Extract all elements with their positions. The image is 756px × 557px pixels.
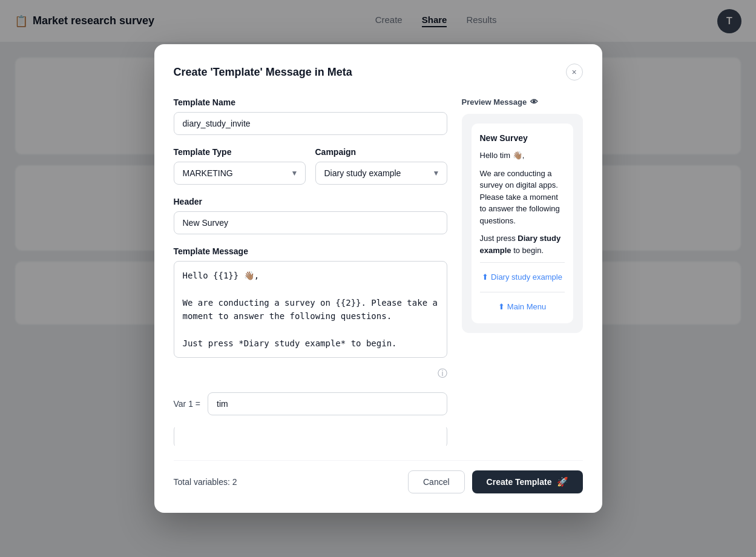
header-label: Header (174, 197, 447, 206)
preview-bubble: New Survey Hello tim 👋🏽, We are conducti… (472, 124, 573, 323)
campaign-group: Campaign Diary study example Other Campa… (315, 147, 447, 185)
var1-row: Var 1 = (174, 392, 447, 415)
campaign-wrapper: Diary study example Other Campaign ▼ (315, 162, 447, 185)
template-name-input[interactable] (174, 112, 447, 135)
template-message-label: Template Message (174, 246, 447, 256)
var2-row (174, 427, 447, 446)
modal-header: Create 'Template' Message in Meta × (174, 64, 583, 81)
template-message-textarea[interactable]: Hello {{1}} 👋🏽, We are conducting a surv… (174, 261, 447, 358)
campaign-label: Campaign (315, 147, 447, 157)
preview-eye-icon: 👁 (530, 97, 538, 107)
template-message-field: Template Message Hello {{1}} 👋🏽, We are … (174, 246, 447, 360)
rocket-icon: 🚀 (557, 476, 568, 487)
modal-footer: Total variables: 2 Cancel Create Templat… (174, 460, 583, 493)
preview-divider-2 (480, 292, 565, 292)
link1-icon: ⬆ (482, 271, 488, 283)
template-name-field: Template Name (174, 97, 447, 135)
preview-link-diary[interactable]: ⬆ Diary study example (480, 269, 565, 286)
preview-card: New Survey Hello tim 👋🏽, We are conducti… (462, 114, 583, 333)
template-name-label: Template Name (174, 97, 447, 107)
create-template-button[interactable]: Create Template 🚀 (472, 470, 583, 493)
total-variables: Total variables: 2 (174, 477, 237, 487)
modal-overlay: Create 'Template' Message in Meta × Temp… (0, 0, 756, 557)
type-campaign-row: Template Type MARKETING TRANSACTIONAL OT… (174, 147, 447, 185)
header-input[interactable] (174, 211, 447, 234)
modal-body: Template Name Template Type MARKETING TR… (174, 97, 583, 446)
var2-input[interactable] (174, 427, 447, 446)
preview-message-title: New Survey (480, 132, 565, 145)
info-icon-row: ⓘ (174, 367, 447, 380)
create-template-modal: Create 'Template' Message in Meta × Temp… (154, 44, 602, 513)
campaign-select[interactable]: Diary study example Other Campaign (315, 162, 447, 185)
modal-title: Create 'Template' Message in Meta (174, 66, 352, 79)
var1-label: Var 1 = (174, 399, 201, 409)
preview-label: Preview Message 👁 (462, 97, 583, 107)
preview-greeting: Hello tim 👋🏽, (480, 150, 565, 162)
header-field: Header (174, 197, 447, 234)
cancel-button[interactable]: Cancel (408, 470, 465, 493)
modal-right-column: Preview Message 👁 New Survey Hello tim 👋… (462, 97, 583, 446)
preview-divider-1 (480, 262, 565, 263)
preview-body: We are conducting a survey on digital ap… (480, 168, 565, 227)
close-icon: × (571, 67, 576, 77)
info-icon[interactable]: ⓘ (438, 367, 447, 380)
template-type-label: Template Type (174, 147, 306, 157)
var1-input[interactable] (208, 392, 447, 415)
link2-icon: ⬆ (498, 301, 505, 313)
preview-link-main-menu[interactable]: ⬆ Main Menu (480, 298, 565, 315)
template-type-group: Template Type MARKETING TRANSACTIONAL OT… (174, 147, 306, 185)
template-type-select[interactable]: MARKETING TRANSACTIONAL OTP (174, 162, 306, 185)
preview-press-line: Just press Diary study example to begin. (480, 232, 565, 256)
modal-close-button[interactable]: × (566, 64, 583, 81)
template-type-wrapper: MARKETING TRANSACTIONAL OTP ▼ (174, 162, 306, 185)
footer-buttons: Cancel Create Template 🚀 (408, 470, 583, 493)
modal-left-column: Template Name Template Type MARKETING TR… (174, 97, 447, 446)
